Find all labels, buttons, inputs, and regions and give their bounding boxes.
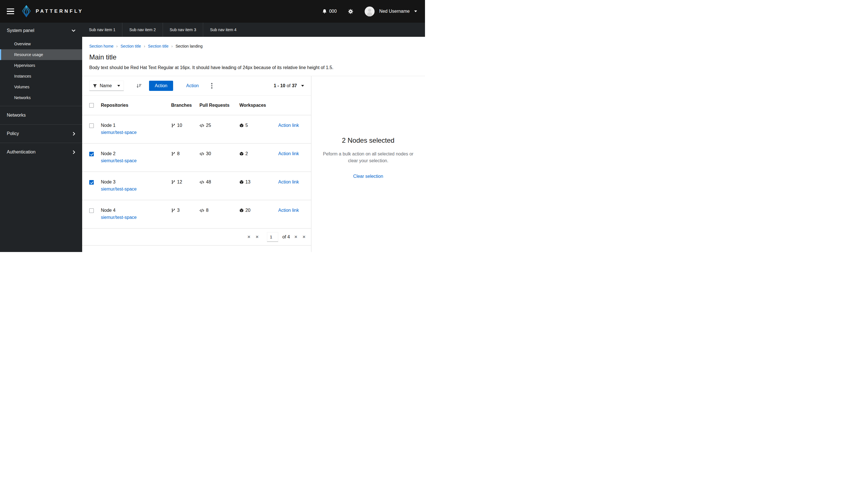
pull-requests-count: 30 <box>206 151 211 156</box>
branch-icon <box>171 123 175 128</box>
pagination-of-word: of <box>287 83 291 88</box>
workspaces-cell: 20 <box>239 208 278 213</box>
workspaces-cell: 2 <box>239 151 278 156</box>
repository-cell: Node 4siemur/test-space <box>101 208 171 220</box>
repository-cell: Node 1siemur/test-space <box>101 123 171 135</box>
clear-selection-link[interactable]: Clear selection <box>353 174 383 179</box>
table-row-node-1: Node 1siemur/test-space10255Action link <box>82 115 311 144</box>
cube-icon <box>239 151 244 156</box>
breadcrumb-item-3[interactable]: Section title <box>148 44 168 49</box>
nav-section-label: Networks <box>7 113 26 118</box>
chevron-down-icon <box>72 30 75 32</box>
pagination-next-button[interactable]: × <box>294 234 297 240</box>
breadcrumb-item-1[interactable]: Section home <box>89 44 114 49</box>
breadcrumb: Section home›Section title›Section title… <box>89 44 418 49</box>
row-action-link[interactable]: Action link <box>278 180 304 185</box>
pagination-last-button[interactable]: × <box>302 234 306 240</box>
branches-cell: 10 <box>171 123 200 128</box>
sidebar-item-instances[interactable]: Instances <box>0 71 82 82</box>
subnav-tab-4[interactable]: Sub nav item 4 <box>203 23 243 37</box>
kebab-menu-button[interactable] <box>209 81 214 90</box>
sidebar-item-overview[interactable]: Overview <box>0 38 82 49</box>
link-action-button[interactable]: Action <box>181 83 203 88</box>
pagination-range: 1 - 10 <box>274 83 285 88</box>
branches-count: 12 <box>177 180 182 185</box>
repository-name: Node 2 <box>101 151 171 156</box>
pull-requests-count: 48 <box>206 180 211 185</box>
repository-link[interactable]: siemur/test-space <box>101 186 171 192</box>
pagination-prev-button[interactable]: × <box>256 234 259 240</box>
workspaces-cell: 13 <box>239 180 278 185</box>
sidebar-item-authentication[interactable]: Authentication <box>0 143 82 161</box>
sidebar-item-system-panel[interactable]: System panel <box>0 23 82 38</box>
current-page-input[interactable] <box>267 232 278 242</box>
column-header-branches[interactable]: Branches <box>171 103 200 108</box>
row-action-link[interactable]: Action link <box>278 123 304 128</box>
checkbox-cell <box>89 180 101 185</box>
breadcrumb-separator: › <box>117 44 118 49</box>
table-row-node-2: Node 2siemur/test-space8302Action link <box>82 144 311 172</box>
workspaces-count: 2 <box>245 151 248 156</box>
row-checkbox[interactable] <box>89 152 94 156</box>
pull-requests-count: 25 <box>206 123 211 128</box>
repository-link[interactable]: siemur/test-space <box>101 215 171 220</box>
drawer-description: Peform a bulk action on all selected nod… <box>319 151 417 164</box>
pagination-first-button[interactable]: × <box>248 234 250 240</box>
column-header-repositories[interactable]: Repositories <box>101 103 171 108</box>
subnav-tab-3[interactable]: Sub nav item 3 <box>163 23 203 37</box>
chevron-down-icon <box>301 85 304 88</box>
nav-toggle-button[interactable] <box>7 8 14 14</box>
workspaces-count: 13 <box>245 180 250 185</box>
code-icon <box>200 123 204 128</box>
repository-link[interactable]: siemur/test-space <box>101 158 171 163</box>
content-pane: Name Action Action 1 - 10 of <box>82 76 311 252</box>
nav-section-system-panel: System panelOverviewResource usageHyperv… <box>0 23 82 106</box>
repository-name: Node 4 <box>101 208 171 213</box>
table-row-node-4: Node 4siemur/test-space3820Action link <box>82 200 311 229</box>
sidebar-item-hypervisors[interactable]: Hypervisors <box>0 60 82 71</box>
column-header-workspaces[interactable]: Workspaces <box>239 103 278 108</box>
cube-icon <box>239 123 244 128</box>
patternfly-logo-icon <box>21 5 32 18</box>
sidebar-item-networks[interactable]: Networks <box>0 106 82 124</box>
table-header: RepositoriesBranchesPull RequestsWorkspa… <box>82 96 311 115</box>
settings-button[interactable] <box>348 9 353 14</box>
brand: PATTERNFLY <box>21 5 83 18</box>
page-title: Main title <box>89 53 418 61</box>
row-action-link[interactable]: Action link <box>278 151 304 156</box>
branch-icon <box>171 151 175 156</box>
filter-select[interactable]: Name <box>89 81 124 91</box>
table-row-node-3: Node 3siemur/test-space124813Action link <box>82 172 311 200</box>
pagination-total: 37 <box>292 83 297 88</box>
subnav-tab-1[interactable]: Sub nav item 1 <box>82 23 122 37</box>
notifications-button[interactable]: 000 <box>322 9 337 14</box>
row-action-link[interactable]: Action link <box>278 208 304 213</box>
nav-sublist: OverviewResource usageHypervisorsInstanc… <box>0 38 82 106</box>
page-count-label: of 4 <box>282 234 290 239</box>
code-icon <box>200 180 204 184</box>
user-menu[interactable]: Ned Username <box>365 6 417 16</box>
row-checkbox[interactable] <box>89 209 94 213</box>
sidebar: System panelOverviewResource usageHyperv… <box>0 23 82 252</box>
repository-link[interactable]: siemur/test-space <box>101 130 171 135</box>
workspaces-count: 20 <box>245 208 250 213</box>
row-checkbox[interactable] <box>89 180 94 185</box>
sort-icon <box>136 84 142 88</box>
subnav-tab-2[interactable]: Sub nav item 2 <box>122 23 162 37</box>
sidebar-item-resource-usage[interactable]: Resource usage <box>0 49 82 60</box>
sidebar-item-volumes[interactable]: Volumes <box>0 82 82 92</box>
pagination-menu[interactable]: 1 - 10 of 37 <box>274 83 304 88</box>
sidebar-item-networks[interactable]: Networks <box>0 92 82 103</box>
row-checkbox[interactable] <box>89 123 94 128</box>
select-all-checkbox[interactable] <box>89 103 94 108</box>
sort-button[interactable] <box>136 84 142 88</box>
sidebar-item-policy[interactable]: Policy <box>0 125 82 143</box>
masthead: PATTERNFLY 000 Ned Username <box>0 0 425 23</box>
column-header-pull-requests[interactable]: Pull Requests <box>200 103 239 108</box>
cube-icon <box>239 180 244 184</box>
breadcrumb-item-2[interactable]: Section title <box>120 44 141 49</box>
gear-icon <box>348 9 353 14</box>
primary-action-button[interactable]: Action <box>149 81 173 91</box>
checkbox-cell <box>89 123 101 128</box>
code-icon <box>200 152 204 156</box>
